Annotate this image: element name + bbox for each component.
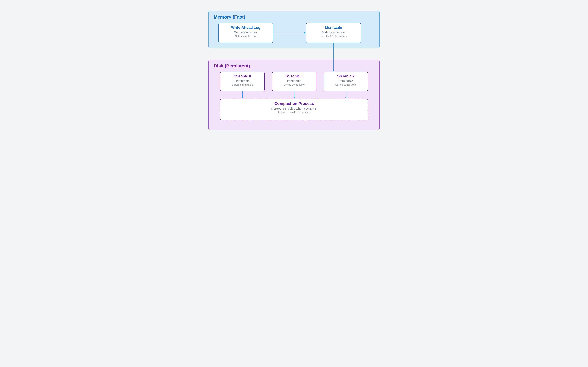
sstable-2-subtitle: Immutable — [324, 79, 368, 83]
memtable-subtitle: Sorted in-memory — [306, 31, 361, 34]
memtable-card: Memtable Sorted in-memory Size limit: 10… — [306, 23, 361, 43]
sstable-2-note: Sorted string table — [324, 83, 368, 86]
sstable-1-note: Sorted string table — [272, 83, 316, 86]
wal-subtitle: Sequential writes — [218, 31, 273, 34]
write-ahead-log-card: Write-Ahead Log Sequential writes Safety… — [218, 23, 273, 43]
compaction-card: Compaction Process Merges SSTables when … — [220, 99, 368, 120]
compaction-note: Improves read performance — [221, 111, 368, 114]
memtable-note: Size limit: 1000 entries — [306, 35, 361, 38]
sstable-0-note: Sorted string table — [221, 83, 264, 86]
sstable-1-subtitle: Immutable — [272, 79, 316, 83]
sstable-0-subtitle: Immutable — [221, 79, 264, 83]
compaction-subtitle: Merges SSTables when count > N — [221, 107, 368, 110]
sstable-0-title: SSTable 0 — [221, 74, 264, 78]
sstable-2-card: SSTable 2 Immutable Sorted string table — [324, 72, 368, 91]
disk-title: Disk (Persistent) — [214, 63, 374, 68]
wal-note: Safety mechanism — [218, 35, 273, 38]
diagram-canvas: Memory (Fast) Write-Ahead Log Sequential… — [181, 0, 407, 142]
memory-title: Memory (Fast) — [214, 14, 374, 20]
wal-title: Write-Ahead Log — [218, 25, 273, 30]
memtable-title: Memtable — [306, 25, 361, 30]
sstable-2-title: SSTable 2 — [324, 74, 368, 78]
compaction-title: Compaction Process — [221, 101, 368, 106]
sstable-1-title: SSTable 1 — [272, 74, 316, 78]
sstable-1-card: SSTable 1 Immutable Sorted string table — [272, 72, 316, 91]
sstable-0-card: SSTable 0 Immutable Sorted string table — [220, 72, 265, 91]
